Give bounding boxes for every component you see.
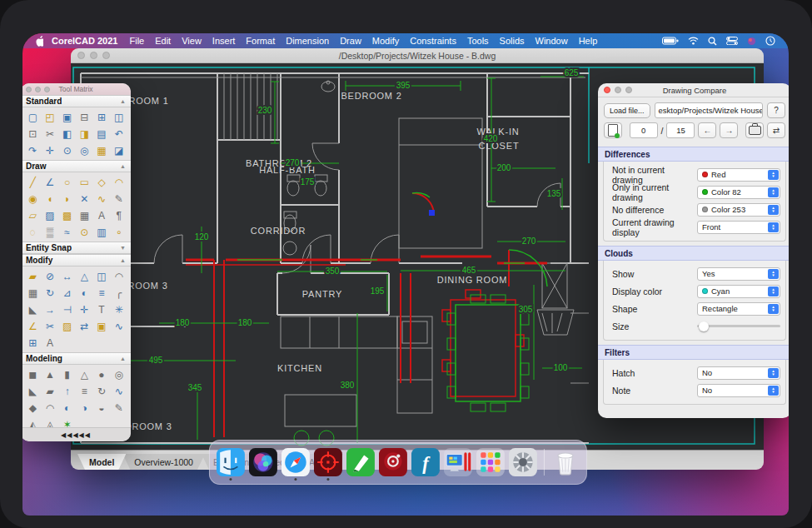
paste-tool-icon[interactable]: ◨ (76, 126, 93, 142)
save-tool-icon[interactable]: ▣ (58, 109, 76, 125)
note-tool-icon[interactable]: ¶ (110, 207, 127, 223)
dock-launchpad-icon[interactable] (476, 448, 505, 476)
selection-grip[interactable] (429, 210, 435, 216)
paste-special-tool-icon[interactable]: ▤ (93, 126, 111, 142)
dock-red-disc-app-icon[interactable] (379, 448, 407, 476)
stepper-icon[interactable] (768, 187, 779, 197)
dock-corelcad-icon[interactable] (314, 448, 342, 476)
stepper-icon[interactable] (768, 386, 779, 396)
menu-app-name[interactable]: CorelCAD 2021 (52, 36, 117, 46)
spotlight-icon[interactable] (708, 37, 717, 46)
menu-item-solids[interactable]: Solids (500, 36, 525, 46)
stepper-icon[interactable] (768, 286, 779, 296)
collapse-arrow-icon[interactable]: ▲ (120, 257, 126, 263)
pyramid-tool-icon[interactable]: △ (76, 366, 93, 382)
point-tool-icon[interactable]: ∘ (110, 224, 127, 240)
wifi-icon[interactable] (688, 37, 699, 45)
fillet-tool-icon[interactable]: ╭ (110, 285, 127, 301)
box-tool-icon[interactable]: ◼ (24, 366, 42, 382)
stepper-icon[interactable] (768, 368, 779, 378)
menu-item-window[interactable]: Window (536, 36, 568, 46)
menu-item-draw[interactable]: Draw (340, 36, 361, 46)
tool-matrix-titlebar[interactable]: Tool Matrix (22, 83, 131, 95)
rectangle-tool-icon[interactable]: ▭ (76, 174, 93, 190)
extrude-tool-icon[interactable]: ↑ (58, 383, 76, 399)
edit-block-tool-icon[interactable]: ▣ (93, 318, 111, 334)
split-entity-tool-icon[interactable]: ✂ (42, 318, 59, 334)
pan-tool-icon[interactable]: ✛ (42, 142, 59, 158)
shape-dropdown[interactable]: Rectangle (697, 302, 780, 316)
menu-item-edit[interactable]: Edit (155, 36, 171, 46)
show-dropdown[interactable]: Yes (697, 267, 780, 281)
stepper-icon[interactable] (768, 222, 779, 232)
only-in-current-drawing-dropdown[interactable]: Color 82 (697, 186, 780, 199)
ellipse-arc-tool-icon[interactable]: ◗ (58, 191, 76, 207)
align-tool-icon[interactable]: ≡ (93, 285, 111, 301)
previous-difference-button[interactable]: ← (698, 122, 716, 138)
wedge-tool-icon[interactable]: ◣ (24, 383, 42, 399)
app-indicator-icon[interactable] (747, 37, 756, 46)
collapse-arrow-icon[interactable]: ▲ (120, 98, 126, 104)
mirror-tool-icon[interactable]: △ (76, 268, 93, 284)
arc-tool-icon[interactable]: ◠ (110, 174, 127, 190)
stepper-icon[interactable] (768, 205, 779, 215)
collapse-arrow-icon[interactable]: ▼ (120, 245, 126, 251)
rotate-tool-icon[interactable]: ↻ (42, 285, 59, 301)
polygon-tool-icon[interactable]: ◇ (93, 174, 111, 190)
plot-tool-icon[interactable]: ⊟ (76, 109, 93, 125)
power-trim-tool-icon[interactable]: ⊘ (42, 268, 59, 284)
pattern-tool-icon[interactable]: ▦ (24, 285, 42, 301)
insert-image-tool-icon[interactable]: ▦ (76, 207, 93, 223)
polyline-tool-icon[interactable]: ∠ (42, 174, 59, 190)
offset-tool-icon[interactable]: ◠ (110, 268, 127, 284)
control-center-icon[interactable] (726, 37, 738, 45)
sheet-tab-overview-1000[interactable]: Overview-1000 (122, 454, 205, 470)
explode-tool-icon[interactable]: ✳ (110, 301, 127, 317)
cut-tool-icon[interactable]: ✂ (42, 126, 59, 142)
sphere-tool-icon[interactable]: ● (93, 366, 111, 382)
dock-green-pencil-app-icon[interactable] (346, 448, 375, 476)
cone-tool-icon[interactable]: ▲ (42, 366, 59, 382)
battery-icon[interactable] (662, 37, 679, 45)
annotation-scale-tool-icon[interactable]: A (42, 335, 59, 351)
collapse-arrow-icon[interactable]: ▲ (120, 356, 126, 361)
menu-item-file[interactable]: File (129, 36, 144, 46)
dock-safari-icon[interactable] (281, 448, 310, 476)
stretch-tool-icon[interactable]: ✛ (76, 301, 93, 317)
note-dropdown[interactable]: No (697, 384, 780, 397)
next-difference-button[interactable]: → (720, 122, 738, 138)
current-drawing-display-dropdown[interactable]: Front (697, 221, 780, 234)
dock-settings-icon[interactable] (509, 448, 537, 476)
sheet-tab-model[interactable]: Model (77, 454, 126, 470)
edit-solid-tool-icon[interactable]: ✎ (110, 400, 127, 416)
clock-icon[interactable] (765, 36, 775, 46)
subtract-tool-icon[interactable]: ◑ (76, 400, 93, 416)
mesh-tool-icon[interactable]: ▥ (93, 224, 111, 240)
loft-tool-icon[interactable]: ≡ (76, 383, 93, 399)
section-header-entity-snap[interactable]: Entity Snap▼ (22, 242, 131, 254)
flip-tool-icon[interactable]: ◐ (76, 285, 93, 301)
hatch-dropdown[interactable]: No (697, 366, 780, 380)
sketch-tool-icon[interactable]: ✎ (110, 191, 127, 207)
total-differences-field[interactable]: 15 (666, 122, 695, 138)
trim-tool-icon[interactable]: ⊣ (58, 301, 76, 317)
display-color-dropdown[interactable]: Cyan (697, 285, 780, 298)
new-drawing-tool-icon[interactable]: ▢ (24, 109, 42, 125)
sweep-tool-icon[interactable]: ∿ (110, 383, 127, 399)
no-difference-dropdown[interactable]: Color 253 (697, 203, 780, 217)
compare-section-differences[interactable]: Differences (598, 147, 789, 162)
copy-entity-tool-icon[interactable]: ◫ (93, 268, 111, 284)
section-header-modeling[interactable]: Modeling▲ (22, 352, 131, 365)
dock-blue-f-app-icon[interactable]: f (411, 448, 440, 476)
layers-tool-icon[interactable]: ◪ (110, 142, 127, 158)
menu-item-view[interactable]: View (182, 36, 202, 46)
edit-length-tool-icon[interactable]: ↔ (58, 268, 76, 284)
compare-titlebar[interactable]: Drawing Compare (598, 83, 789, 97)
compare-section-clouds[interactable]: Clouds (598, 246, 789, 261)
ellipse-tool-icon[interactable]: ◖ (42, 191, 59, 207)
revision-cloud-tool-icon[interactable]: ◌ (24, 224, 42, 240)
dock-display-bars-app-icon[interactable] (444, 448, 472, 476)
swap-drawings-button[interactable]: ⇄ (767, 122, 785, 138)
torus-tool-icon[interactable]: ◎ (110, 366, 127, 382)
zoom-window-tool-icon[interactable]: ◎ (76, 142, 93, 158)
